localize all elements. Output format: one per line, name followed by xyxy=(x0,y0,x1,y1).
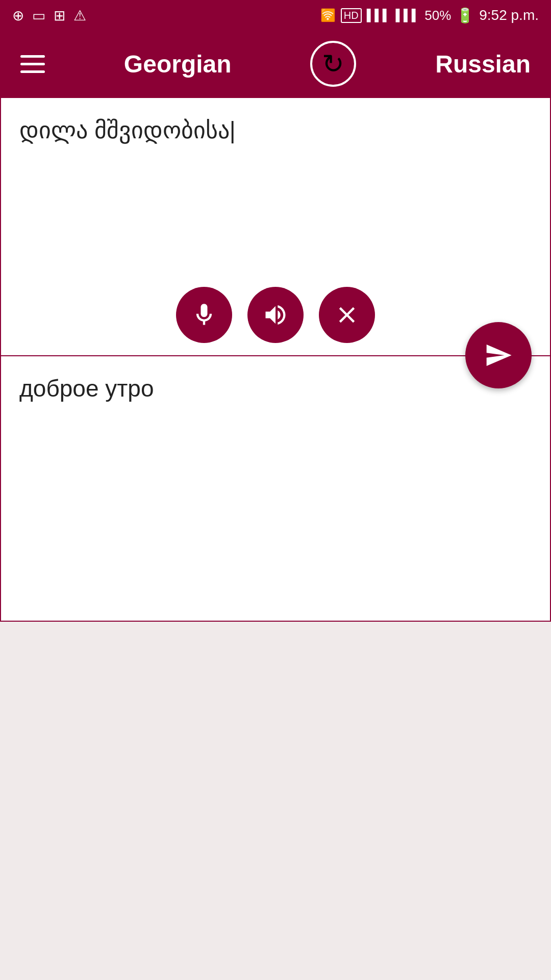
message-icon: ▭ xyxy=(32,7,45,24)
target-language-label[interactable]: Russian xyxy=(435,50,531,78)
close-icon xyxy=(334,302,360,328)
input-controls xyxy=(1,287,550,343)
source-language-label[interactable]: Georgian xyxy=(124,50,232,78)
swap-icon: ↻ xyxy=(322,48,344,79)
hd-icon: HD xyxy=(341,8,362,23)
speaker-icon xyxy=(262,302,289,328)
status-bar: ⊕ ▭ ⊞ ⚠ 🛜 HD ▌▌▌ ▌▌▌ 50% 🔋 9:52 p.m. xyxy=(0,0,551,31)
status-icons-right: 🛜 HD ▌▌▌ ▌▌▌ 50% 🔋 9:52 p.m. xyxy=(320,7,539,24)
image-icon: ⊞ xyxy=(54,7,65,24)
battery-percentage: 50% xyxy=(424,8,451,23)
signal1-icon: ▌▌▌ xyxy=(367,9,391,22)
app-header: Georgian ↻ Russian xyxy=(0,31,551,97)
warning-icon: ⚠ xyxy=(73,7,86,24)
whatsapp-icon: ⊕ xyxy=(12,7,24,24)
microphone-button[interactable] xyxy=(176,287,232,343)
status-icons-left: ⊕ ▭ ⊞ ⚠ xyxy=(12,7,86,24)
translation-boxes: доброе утро xyxy=(0,97,551,622)
wifi-icon: 🛜 xyxy=(320,8,336,22)
battery-icon: 🔋 xyxy=(456,7,474,24)
send-icon xyxy=(484,341,513,370)
speaker-button[interactable] xyxy=(247,287,304,343)
signal2-icon: ▌▌▌ xyxy=(395,9,419,22)
translated-text: доброе утро xyxy=(19,375,154,402)
status-time: 9:52 p.m. xyxy=(479,7,539,23)
input-box xyxy=(0,97,551,356)
mic-icon xyxy=(191,302,217,328)
swap-languages-button[interactable]: ↻ xyxy=(310,41,356,87)
main-content: доброе утро xyxy=(0,97,551,622)
menu-button[interactable] xyxy=(20,55,45,73)
translate-button[interactable] xyxy=(465,322,532,388)
clear-button[interactable] xyxy=(319,287,375,343)
output-box: доброе утро xyxy=(0,356,551,622)
